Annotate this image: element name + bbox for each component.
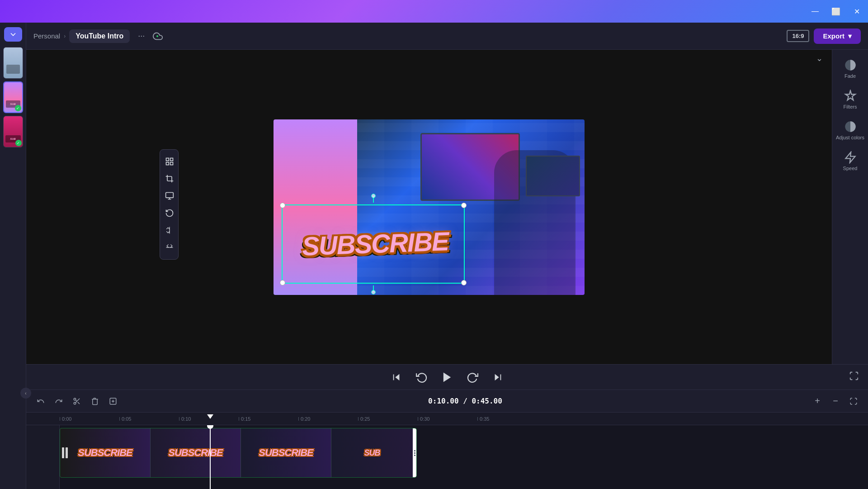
svg-rect-3 <box>170 162 173 165</box>
timeline-ruler: 0:00 0:05 0:10 <box>26 413 868 425</box>
skip-forward-icon <box>493 372 503 382</box>
skip-forward-button[interactable] <box>490 369 506 385</box>
svg-rect-1 <box>166 158 169 161</box>
fit-timeline-button[interactable] <box>846 394 861 408</box>
rewind-5-button[interactable] <box>414 369 430 385</box>
project-title[interactable]: YouTube Intro <box>69 29 130 43</box>
playback-controls <box>26 364 868 389</box>
fade-label: Fade <box>844 73 856 79</box>
ruler-mark-5: 0:25 <box>358 416 418 422</box>
svg-marker-8 <box>395 374 399 380</box>
thumbnail-item-3[interactable]: SUB ✓ <box>3 116 23 147</box>
clip-segment-2: SUBSCRIBE <box>151 428 241 477</box>
rotate-icon <box>165 209 174 218</box>
transform-tool-button[interactable] <box>160 153 179 170</box>
skip-back-icon <box>392 372 401 382</box>
ruler-mark-1: 0:05 <box>119 416 179 422</box>
clip-segment-1: SUBSCRIBE <box>60 428 151 477</box>
clip-subscribe-text-4: SUB <box>364 448 380 458</box>
forward-5-button[interactable] <box>464 369 481 385</box>
breadcrumb-personal[interactable]: Personal <box>33 32 60 40</box>
thumbnail-check-2: ✓ <box>15 105 21 111</box>
clip-segment-4: SUB <box>331 428 413 477</box>
filters-label: Filters <box>844 104 857 109</box>
crop-tool-button[interactable] <box>160 171 179 187</box>
timeline-area: 0:00 0:05 0:10 <box>26 413 868 489</box>
video-right-bg <box>357 119 585 295</box>
pause-bar-left <box>62 447 64 458</box>
cloud-save-button[interactable] <box>153 31 163 41</box>
skip-back-button[interactable] <box>388 369 405 385</box>
flip-v-icon <box>165 243 174 252</box>
svg-point-14 <box>74 402 76 404</box>
fullscreen-icon <box>849 371 859 381</box>
thumbnail-item-2[interactable]: SUB ✓ <box>3 81 23 113</box>
more-options-button[interactable]: ··· <box>134 29 148 43</box>
playhead[interactable] <box>210 425 211 489</box>
bottom-section: 0:10.00 / 0:45.00 + − <box>26 389 868 489</box>
display-tool-button[interactable] <box>160 188 179 204</box>
track-clip-main[interactable]: SUBSCRIBE SUBSCRIBE SUBSCRIBE SUB <box>60 428 417 478</box>
forward-5-icon <box>467 371 478 383</box>
undo-button[interactable] <box>33 394 48 408</box>
floating-toolbar <box>160 149 179 260</box>
cloud-icon <box>153 31 163 41</box>
ruler-mark-3: 0:15 <box>239 416 298 422</box>
play-button[interactable] <box>439 369 455 385</box>
expand-preview-button[interactable]: ⌄ <box>816 53 823 63</box>
close-button[interactable]: ✕ <box>850 5 863 18</box>
right-panel: Fade Filters Adjust colors <box>832 50 868 364</box>
fade-tool-button[interactable]: Fade <box>836 54 865 83</box>
redo-button[interactable] <box>52 394 66 408</box>
flip-h-tool-button[interactable] <box>160 222 179 238</box>
ruler-mark-2: 0:10 <box>179 416 239 422</box>
handle-dot <box>414 452 415 454</box>
transform-icon <box>165 157 174 166</box>
top-bar-right: 16:9 Export ▾ <box>787 28 861 44</box>
filters-tool-button[interactable]: Filters <box>836 85 865 114</box>
rewind-5-icon <box>416 371 428 383</box>
svg-rect-2 <box>170 158 173 161</box>
rotate-tool-button[interactable] <box>160 205 179 221</box>
pause-icon-1 <box>62 447 68 458</box>
flip-h-icon <box>165 226 174 235</box>
adjust-colors-label: Adjust colors <box>836 135 864 140</box>
collapse-panel-button[interactable]: ‹ <box>20 388 31 399</box>
handle-dot <box>414 455 415 456</box>
adjust-colors-tool-button[interactable]: Adjust colors <box>836 116 865 145</box>
export-button[interactable]: Export ▾ <box>814 28 861 44</box>
second-monitor-content <box>527 157 579 195</box>
time-display: 0:10.00 / 0:45.00 <box>428 397 502 405</box>
speed-tool-button[interactable]: Speed <box>836 147 865 176</box>
zoom-in-button[interactable]: + <box>810 394 825 408</box>
adjust-colors-icon <box>844 120 857 133</box>
fullscreen-button[interactable] <box>849 371 859 383</box>
trash-icon <box>91 397 99 405</box>
flip-v-tool-button[interactable] <box>160 239 179 256</box>
second-monitor <box>526 156 580 196</box>
clip-end-handle[interactable] <box>413 428 416 477</box>
breadcrumb: Personal › YouTube Intro <box>33 29 130 43</box>
svg-line-17 <box>75 400 77 401</box>
clip-subscribe-text-2: SUBSCRIBE <box>168 447 223 459</box>
scissors-button[interactable] <box>70 394 84 408</box>
main-content: Personal › YouTube Intro ··· 16:9 Export… <box>26 23 868 489</box>
add-clip-button[interactable] <box>106 394 120 408</box>
maximize-button[interactable]: ⬜ <box>829 5 843 18</box>
breadcrumb-arrow: › <box>64 33 66 39</box>
fit-icon <box>849 397 858 405</box>
filters-icon <box>844 90 857 102</box>
zoom-out-button[interactable]: − <box>828 394 843 408</box>
ruler-mark-0: 0:00 <box>60 416 119 422</box>
delete-button[interactable] <box>88 394 102 408</box>
panel-toggle-button[interactable] <box>4 27 22 42</box>
title-bar: — ⬜ ✕ <box>0 0 868 23</box>
chevron-down-icon <box>9 30 18 39</box>
minimize-button[interactable]: — <box>808 5 822 18</box>
clip-segment-3: SUBSCRIBE <box>241 428 331 477</box>
playhead-ruler-indicator <box>207 414 213 419</box>
speed-label: Speed <box>843 166 858 171</box>
thumbnail-item-1[interactable] <box>3 47 23 79</box>
video-preview: SUBSCRIBE <box>274 119 585 295</box>
clip-subscribe-text-3: SUBSCRIBE <box>259 447 313 459</box>
